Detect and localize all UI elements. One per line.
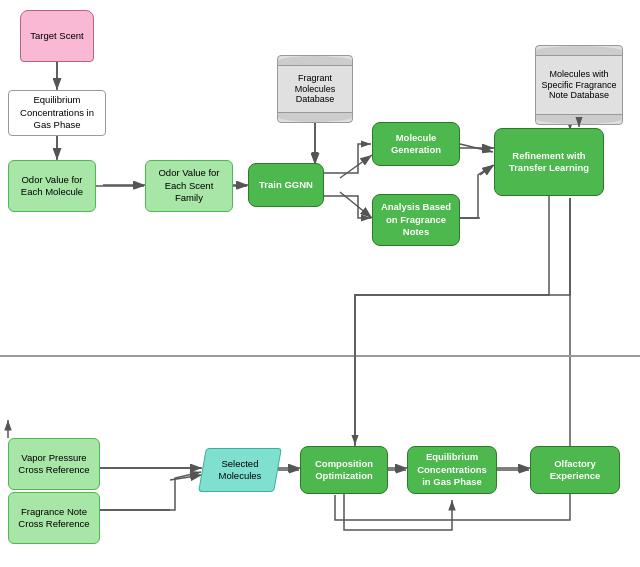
target-scent-label: Target Scent [30, 30, 83, 42]
cylinder-top-1 [278, 56, 352, 66]
equilibrium-gas2-label: Equilibrium Concentrations in Gas Phase [412, 451, 492, 488]
vapor-pressure-node: Vapor Pressure Cross Reference [8, 438, 100, 490]
refinement-label: Refinement with Transfer Learning [499, 150, 599, 175]
train-ggnn-node: Train GGNN [248, 163, 324, 207]
fragrance-note-ref-node: Fragrance Note Cross Reference [8, 492, 100, 544]
analysis-label: Analysis Based on Fragrance Notes [377, 201, 455, 238]
odor-family-label: Odor Value for Each Scent Family [150, 167, 228, 204]
fragrance-note-ref-label: Fragrance Note Cross Reference [13, 506, 95, 531]
svg-line-6 [340, 155, 372, 178]
selected-molecules-node: Selected Molecules [198, 448, 282, 492]
vapor-pressure-label: Vapor Pressure Cross Reference [13, 452, 95, 477]
selected-molecules-label: Selected Molecules [207, 458, 273, 483]
equilibrium-gas-node: Equilibrium Concentrations in Gas Phase [8, 90, 106, 136]
svg-line-14 [170, 475, 202, 480]
separator-line [0, 355, 640, 357]
target-scent-node: Target Scent [20, 10, 94, 62]
cylinder-bottom-2 [536, 114, 622, 124]
composition-opt-label: Composition Optimization [305, 458, 383, 483]
odor-molecule-node: Odor Value for Each Molecule [8, 160, 96, 212]
odor-family-node: Odor Value for Each Scent Family [145, 160, 233, 212]
olfactory-label: Olfactory Experience [535, 458, 615, 483]
composition-opt-node: Composition Optimization [300, 446, 388, 494]
fragrant-db-label: Fragrant Molecules Database [282, 73, 348, 105]
olfactory-node: Olfactory Experience [530, 446, 620, 494]
equilibrium-gas-label: Equilibrium Concentrations in Gas Phase [13, 94, 101, 131]
svg-line-25 [460, 144, 493, 152]
molecule-gen-label: Molecule Generation [377, 132, 455, 157]
specific-db-label: Molecules with Specific Fragrance Note D… [540, 69, 618, 101]
equilibrium-gas2-node: Equilibrium Concentrations in Gas Phase [407, 446, 497, 494]
analysis-node: Analysis Based on Fragrance Notes [372, 194, 460, 246]
odor-molecule-label: Odor Value for Each Molecule [13, 174, 91, 199]
cylinder-top-2 [536, 46, 622, 56]
cylinder-bottom-1 [278, 112, 352, 122]
svg-line-10 [480, 165, 494, 175]
fragrant-db-node: Fragrant Molecules Database [277, 55, 353, 123]
refinement-node: Refinement with Transfer Learning [494, 128, 604, 196]
diagram: Target Scent Fragrant Molecules Database… [0, 0, 640, 567]
train-ggnn-label: Train GGNN [259, 179, 313, 191]
svg-line-7 [340, 192, 372, 218]
molecule-gen-node: Molecule Generation [372, 122, 460, 166]
specific-db-node: Molecules with Specific Fragrance Note D… [535, 45, 623, 125]
